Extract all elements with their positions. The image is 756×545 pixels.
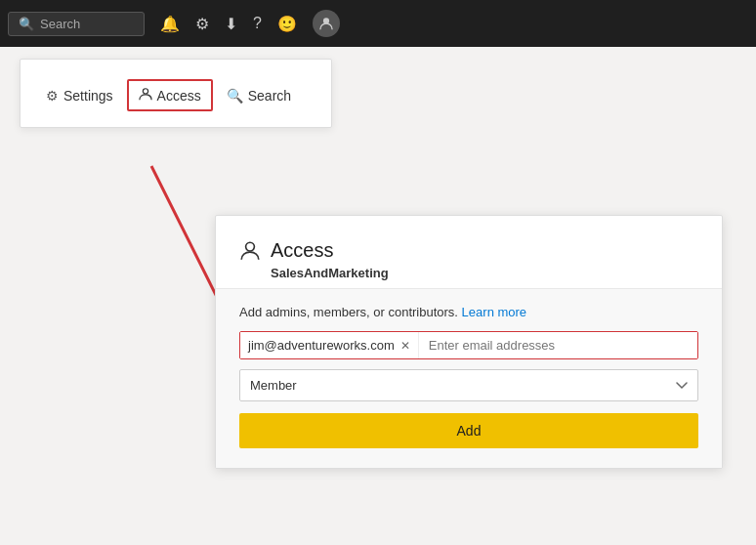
svg-point-1 <box>143 89 147 94</box>
settings-tab-label: Settings <box>63 88 113 104</box>
email-input-row[interactable]: jim@adventureworks.com ✕ <box>239 331 698 359</box>
email-input-field[interactable] <box>419 332 697 358</box>
access-panel-title: Access <box>271 239 333 262</box>
email-tag-value: jim@adventureworks.com <box>248 338 395 353</box>
download-icon[interactable]: ⬇ <box>225 15 237 33</box>
search-tab-label: Search <box>248 88 291 104</box>
access-panel-header: Access SalesAndMarketing <box>216 216 722 288</box>
access-panel-body: Add admins, members, or contributors. Le… <box>216 288 722 468</box>
top-navigation-bar: 🔍 Search 🔔 ⚙ ⬇ ? 🙂 <box>0 0 756 47</box>
emoji-icon[interactable]: 🙂 <box>277 15 297 33</box>
access-title-row: Access <box>239 239 698 262</box>
role-dropdown[interactable]: Member Admin Contributor Viewer <box>239 369 698 401</box>
access-person-icon <box>239 240 261 262</box>
search-placeholder-text: Search <box>40 17 80 31</box>
settings-tab-icon: ⚙ <box>46 88 59 104</box>
top-bar-icon-group: 🔔 ⚙ ⬇ ? 🙂 <box>160 10 340 37</box>
settings-icon[interactable]: ⚙ <box>195 15 209 33</box>
email-tag: jim@adventureworks.com ✕ <box>240 332 419 358</box>
global-search-box[interactable]: 🔍 Search <box>8 12 145 36</box>
search-tab-icon: 🔍 <box>227 88 243 104</box>
add-button[interactable]: Add <box>239 413 698 448</box>
toolbar-panel: ⚙ Settings Access 🔍 Search <box>20 59 332 128</box>
learn-more-link[interactable]: Learn more <box>462 305 526 319</box>
access-tab-icon <box>139 87 152 104</box>
bell-icon[interactable]: 🔔 <box>160 15 180 33</box>
search-icon: 🔍 <box>19 17 34 31</box>
access-tab[interactable]: Access <box>127 79 213 111</box>
access-panel: Access SalesAndMarketing Add admins, mem… <box>215 215 723 469</box>
svg-point-4 <box>246 242 255 251</box>
access-tab-label: Access <box>157 88 201 104</box>
user-avatar[interactable] <box>313 10 340 37</box>
access-panel-subtitle: SalesAndMarketing <box>271 266 698 280</box>
search-tab[interactable]: 🔍 Search <box>217 82 301 109</box>
settings-tab[interactable]: ⚙ Settings <box>36 82 123 109</box>
help-icon[interactable]: ? <box>253 15 262 32</box>
add-description-text: Add admins, members, or contributors. Le… <box>239 305 698 319</box>
toolbar-row: ⚙ Settings Access 🔍 Search <box>36 79 315 111</box>
email-tag-close-button[interactable]: ✕ <box>400 339 410 353</box>
